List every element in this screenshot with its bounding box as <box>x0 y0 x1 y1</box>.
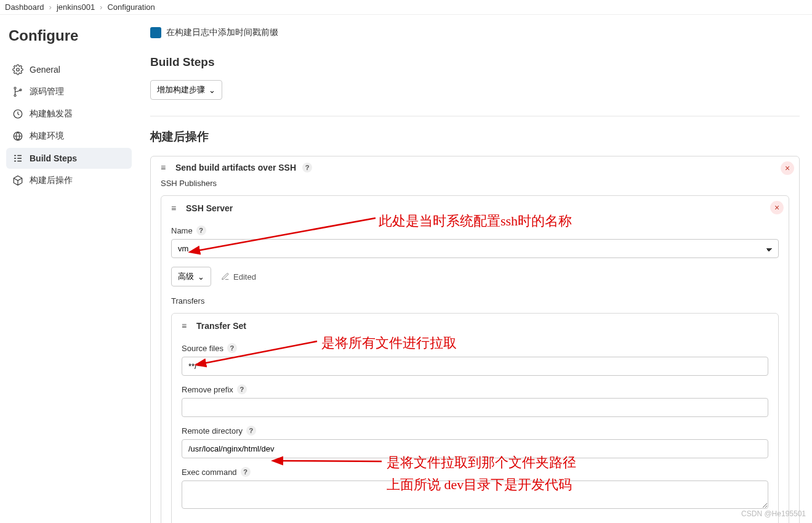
source-files-label: Source files <box>182 344 223 353</box>
close-icon: × <box>774 203 779 213</box>
sidebar-item-label: 构建环境 <box>30 131 64 142</box>
sidebar-item-label: 构建触发器 <box>30 108 73 120</box>
breadcrumb-page[interactable]: Configuration <box>107 2 155 12</box>
branch-icon <box>12 86 23 97</box>
divider <box>150 116 800 116</box>
help-icon[interactable]: ? <box>237 384 247 394</box>
sidebar-item-post-build[interactable]: 构建后操作 <box>6 170 132 191</box>
steps-icon <box>12 153 23 164</box>
main-content: 在构建日志中添加时间戳前缀 Build Steps 增加构建步骤 ⌄ 构建后操作… <box>135 15 812 523</box>
add-build-step-button[interactable]: 增加构建步骤 ⌄ <box>150 80 222 100</box>
package-icon <box>12 175 23 186</box>
remove-server-button[interactable]: × <box>770 201 784 214</box>
ssh-publisher-panel: × ≡ Send build artifacts over SSH ? SSH … <box>150 156 800 523</box>
svg-point-1 <box>14 87 16 89</box>
breadcrumb: Dashboard › jenkins001 › Configuration <box>0 0 812 15</box>
sidebar-item-label: 构建后操作 <box>30 175 73 186</box>
watermark: CSDN @He195501 <box>741 509 806 518</box>
chevron-right-icon: › <box>100 2 102 12</box>
sidebar: Configure General 源码管理 构建触发器 构建环境 Build … <box>0 15 135 523</box>
checkbox-checked-icon[interactable] <box>150 27 161 38</box>
pencil-icon <box>221 272 230 281</box>
edited-indicator: Edited <box>221 272 256 282</box>
exec-command-label: Exec command <box>182 468 237 477</box>
gear-icon <box>12 64 23 75</box>
help-icon[interactable]: ? <box>241 467 251 477</box>
advanced-label: 高级 <box>178 271 194 282</box>
sidebar-item-label: 源码管理 <box>30 86 64 97</box>
build-steps-title: Build Steps <box>150 55 800 69</box>
post-build-title: 构建后操作 <box>150 129 800 145</box>
remove-prefix-input[interactable] <box>182 398 768 417</box>
ssh-server-title: SSH Server <box>186 203 233 213</box>
remove-publisher-button[interactable]: × <box>781 161 794 175</box>
chevron-right-icon: › <box>49 2 52 12</box>
drag-handle-icon[interactable]: ≡ <box>182 321 190 331</box>
exec-command-textarea[interactable] <box>182 480 768 509</box>
sidebar-item-triggers[interactable]: 构建触发器 <box>6 103 132 124</box>
truncated-option-row[interactable]: 在构建日志中添加时间戳前缀 <box>150 27 800 38</box>
chevron-down-icon: ⌄ <box>198 272 204 282</box>
help-icon[interactable]: ? <box>196 225 206 235</box>
ssh-publishers-label: SSH Publishers <box>161 179 789 188</box>
option-label: 在构建日志中添加时间戳前缀 <box>166 27 278 38</box>
transfers-label: Transfers <box>171 296 779 306</box>
chevron-down-icon: ⌄ <box>209 86 215 95</box>
remove-prefix-label: Remove prefix <box>182 385 233 394</box>
name-label: Name <box>171 226 193 235</box>
close-icon: × <box>785 163 790 173</box>
drag-handle-icon[interactable]: ≡ <box>161 163 169 172</box>
ssh-server-name-select[interactable]: vm <box>171 239 779 258</box>
clock-icon <box>12 108 23 120</box>
help-icon[interactable]: ? <box>302 163 312 172</box>
ssh-panel-title: Send build artifacts over SSH <box>175 163 296 172</box>
breadcrumb-job[interactable]: jenkins001 <box>57 2 95 12</box>
remote-directory-label: Remote directory <box>182 426 243 436</box>
transfer-set-title: Transfer Set <box>196 321 246 331</box>
remote-directory-input[interactable] <box>182 439 768 458</box>
sidebar-item-build-steps[interactable]: Build Steps <box>6 148 132 169</box>
svg-point-0 <box>17 68 20 71</box>
sidebar-item-general[interactable]: General <box>6 59 132 80</box>
globe-icon <box>12 131 23 142</box>
ssh-server-panel: × ≡ SSH Server Name ? vm 高级 ⌄ <box>161 195 789 523</box>
sidebar-item-env[interactable]: 构建环境 <box>6 126 132 147</box>
advanced-button[interactable]: 高级 ⌄ <box>171 267 211 286</box>
help-icon[interactable]: ? <box>227 343 237 353</box>
sidebar-item-label: General <box>30 65 60 75</box>
add-step-label: 增加构建步骤 <box>157 84 205 95</box>
transfer-set-panel: ≡ Transfer Set Source files ? Remove pre… <box>171 313 779 523</box>
breadcrumb-dashboard[interactable]: Dashboard <box>5 2 44 12</box>
sidebar-title: Configure <box>9 27 132 44</box>
svg-point-2 <box>14 95 16 97</box>
source-files-input[interactable] <box>182 357 768 376</box>
drag-handle-icon[interactable]: ≡ <box>171 203 180 213</box>
sidebar-item-label: Build Steps <box>30 153 77 163</box>
sidebar-item-scm[interactable]: 源码管理 <box>6 81 132 102</box>
help-icon[interactable]: ? <box>246 426 256 436</box>
